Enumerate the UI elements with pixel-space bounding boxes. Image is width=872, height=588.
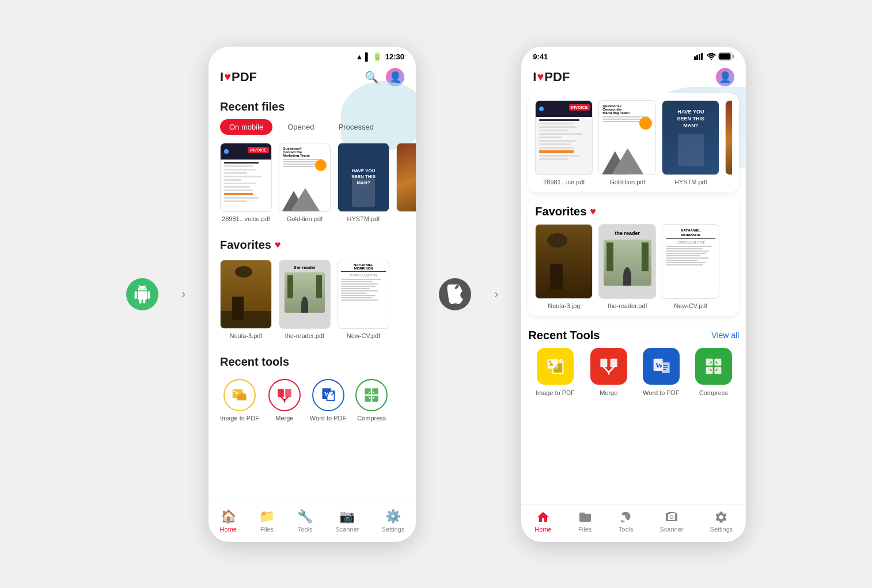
nav-scanner-label-android: Scanner [335, 526, 359, 533]
scanner-icon-android: 📷 [339, 509, 355, 524]
nav-settings-label-ios: Settings [710, 526, 733, 533]
ios-tool-name-image: Image to PDF [536, 389, 575, 396]
nav-files-ios[interactable]: Files [578, 510, 592, 533]
android-status-icons: ▲ ▌ 🔋 [355, 52, 381, 61]
nav-home-android[interactable]: 🏠 Home [220, 509, 237, 533]
filter-processed[interactable]: Processed [329, 119, 383, 135]
nav-scanner-label-ios: Scanner [660, 526, 684, 533]
tool-name-merge-android: Merge [275, 415, 293, 422]
file-thumb-goldlion-ios: Questions?Contact theMarketing Team: [598, 100, 656, 175]
ios-content: INVOICE [521, 93, 746, 508]
tool-item-merge-ios[interactable]: Merge [590, 348, 627, 396]
tools-icon-android: 🔧 [297, 509, 313, 524]
svg-point-2 [233, 390, 236, 392]
fav-thumb-cv-ios: NATHANIELMORRISON CURRICULUM VITAE [662, 224, 719, 299]
nav-files-label-ios: Files [578, 526, 592, 533]
nav-tools-label-ios: Tools [619, 526, 634, 533]
android-favorites-header: Favorites ♥ [208, 232, 416, 257]
tool-name-word-android: Word to PDF [310, 415, 346, 422]
file-thumb-partial-ios [725, 100, 732, 175]
android-time: 12:30 [385, 52, 404, 61]
file-item-hystm-android[interactable]: HAVE YOUSEEN THISMAN? HYSTM.pdf [338, 143, 389, 222]
nav-settings-android[interactable]: ⚙️ Settings [382, 509, 405, 533]
tool-icon-image [223, 379, 256, 411]
fav-item-reader-android[interactable]: the reader the-reader.pdf [279, 260, 331, 339]
ios-view-all[interactable]: View all [711, 331, 739, 340]
tool-name-compress-android: Compress [357, 415, 386, 422]
fav-thumb-reader: the reader [279, 260, 331, 329]
file-item-partial-android[interactable]: il [396, 143, 416, 222]
tool-item-word-ios[interactable]: W Word to PDF [643, 348, 680, 396]
ios-logo: I ♥ PDF [533, 70, 570, 85]
svg-point-16 [711, 59, 712, 60]
nav-scanner-android[interactable]: 📷 Scanner [335, 509, 359, 533]
file-item-goldlion-android[interactable]: Questions?Contact theMarketing Team: [279, 143, 331, 222]
fav-name-neula-ios: Neula-3.jpg [548, 302, 580, 309]
fav-name-cv-ios: New-CV.pdf [674, 302, 707, 309]
file-item-goldlion-ios[interactable]: Questions?Contact theMarketing Team: [598, 100, 656, 185]
ios-bottom-nav: Home Files Tools Scanner [521, 504, 746, 542]
tool-item-compress-ios[interactable]: Compress [695, 348, 732, 396]
fav-thumb-cv: NATHANIELMORRISON CURRICULUM VITAE [338, 260, 389, 329]
tool-icon-word: W [312, 379, 344, 411]
android-phone-mockup: ▲ ▌ 🔋 12:30 I ♥ PDF 🔍 👤 Recent files [208, 47, 416, 542]
tool-item-compress-android[interactable]: Compress [355, 379, 388, 422]
fav-item-cv-ios[interactable]: NATHANIELMORRISON CURRICULUM VITAE [662, 224, 719, 309]
android-favorites-title: Favorites ♥ [220, 238, 281, 252]
favorites-heart-icon: ♥ [275, 239, 281, 251]
ios-logo-heart: ♥ [537, 70, 544, 84]
nav-files-android[interactable]: 📁 Files [259, 509, 275, 533]
file-thumb-partial [396, 143, 416, 212]
file-thumb-hystm: HAVE YOUSEEN THISMAN? [338, 143, 389, 212]
file-thumb-goldlion: Questions?Contact theMarketing Team: [279, 143, 331, 212]
filter-opened[interactable]: Opened [278, 119, 323, 135]
file-item-partial-ios[interactable]: i... [725, 100, 732, 185]
nav-settings-label-android: Settings [382, 526, 405, 533]
ios-tool-icon-merge [590, 348, 627, 385]
tool-item-word-android[interactable]: W Word to PDF [310, 379, 346, 422]
fav-name-cv-android: New-CV.pdf [347, 332, 380, 339]
nav-tools-ios[interactable]: Tools [619, 510, 634, 533]
nav-home-label-ios: Home [534, 526, 551, 533]
fav-item-cv-android[interactable]: NATHANIELMORRISON CURRICULUM VITAE [338, 260, 389, 339]
ios-avatar[interactable]: 👤 [716, 68, 734, 86]
fav-item-neula-android[interactable]: Neula-3.pdf [220, 260, 272, 339]
ios-tools-row: Image to PDF Merge [528, 348, 739, 403]
nav-files-label-android: Files [260, 526, 274, 533]
tool-name-image-android: Image to PDF [220, 415, 259, 422]
svg-rect-4 [285, 389, 291, 397]
ios-status-icons [694, 52, 734, 60]
file-name-goldlion-ios: Gold-lion.pdf [609, 179, 645, 185]
nav-scanner-ios[interactable]: Scanner [660, 510, 684, 533]
fav-item-reader-ios[interactable]: the reader the-reader.pdf [598, 224, 656, 309]
android-filter-row: On mobile Opened Processed [208, 119, 416, 141]
main-container: › ▲ ▌ 🔋 12:30 I ♥ PDF 🔍 👤 Re [115, 35, 758, 553]
nav-settings-ios[interactable]: Settings [710, 510, 733, 533]
android-chevron: › [181, 287, 185, 302]
file-item-invoice-android[interactable]: INVOICE [220, 143, 272, 222]
nav-tools-android[interactable]: 🔧 Tools [297, 509, 313, 533]
tool-item-image-android[interactable]: Image to PDF [220, 379, 259, 422]
fav-item-neula-ios[interactable]: Neula-3.jpg [535, 224, 593, 309]
logo-heart: ♥ [224, 70, 231, 84]
file-name-goldlion-android: Gold-lion.pdf [287, 215, 323, 222]
tool-item-image-ios[interactable]: Image to PDF [536, 348, 575, 396]
ios-favorites-row: Neula-3.jpg the reader the-reader [535, 224, 732, 309]
ios-favorites-header: Favorites ♥ [535, 205, 732, 224]
ios-badge [439, 278, 471, 310]
fav-thumb-neula [220, 260, 272, 329]
nav-home-ios[interactable]: Home [534, 510, 551, 533]
fav-name-reader-android: the-reader.pdf [285, 332, 325, 339]
android-favorites-row: Neula-3.pdf the reader the-re [208, 257, 416, 348]
ios-time: 9:41 [533, 52, 548, 61]
ios-chevron: › [494, 287, 498, 302]
file-item-hystm-ios[interactable]: HAVE YOUSEEN THISMAN? HYSTM.pdf [662, 100, 719, 185]
ios-tools-header: Recent Tools View all [528, 322, 739, 348]
file-name-invoice-ios: 28981...ice.pdf [543, 179, 585, 185]
android-content: Recent files On mobile Opened Processed … [208, 93, 416, 508]
ios-files-row: INVOICE [535, 100, 732, 185]
filter-on-mobile[interactable]: On mobile [220, 119, 272, 135]
tool-item-merge-android[interactable]: Merge [268, 379, 301, 422]
file-item-invoice-ios[interactable]: INVOICE [535, 100, 593, 185]
ios-favorites-section: Favorites ♥ Neula-3.jpg [528, 198, 739, 316]
